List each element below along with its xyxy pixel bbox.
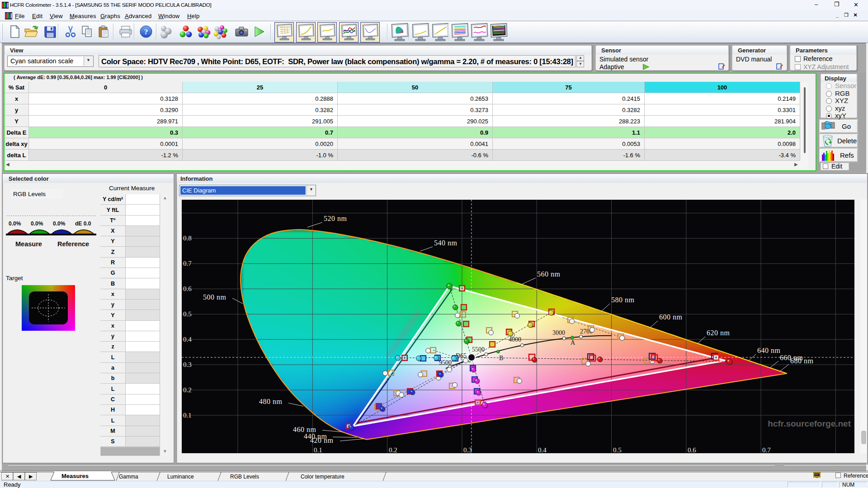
svg-text:0.2: 0.2 (183, 386, 192, 394)
svg-text:0.1: 0.1 (183, 412, 192, 419)
svg-text:hcfr.sourceforge.net: hcfr.sourceforge.net (768, 419, 851, 428)
svg-text:0.2: 0.2 (389, 446, 397, 453)
svg-text:500 nm: 500 nm (203, 293, 226, 301)
svg-text:4000: 4000 (509, 336, 521, 343)
svg-text:540 nm: 540 nm (434, 239, 458, 247)
svg-text:0.5: 0.5 (183, 310, 192, 318)
svg-text:0.3: 0.3 (463, 446, 472, 453)
svg-text:580 nm: 580 nm (611, 296, 635, 304)
svg-text:0.8: 0.8 (183, 235, 192, 242)
svg-text:B: B (499, 355, 503, 361)
svg-text:620 nm: 620 nm (707, 329, 730, 337)
svg-text:0.7: 0.7 (183, 260, 192, 267)
svg-text:520 nm: 520 nm (324, 215, 347, 222)
svg-text:?: ? (144, 28, 148, 36)
svg-text:480 nm: 480 nm (259, 398, 283, 405)
svg-text:0.4: 0.4 (538, 446, 547, 453)
svg-text:5500: 5500 (472, 346, 485, 353)
svg-text:420 nm: 420 nm (310, 436, 334, 444)
svg-text:680 nm: 680 nm (790, 357, 814, 365)
svg-text:600 nm: 600 nm (659, 313, 683, 321)
svg-text:0.7: 0.7 (762, 446, 771, 453)
svg-text:0.6: 0.6 (183, 285, 192, 292)
svg-text:0.1: 0.1 (314, 446, 322, 453)
svg-text:0.4: 0.4 (183, 336, 192, 343)
svg-text:560 nm: 560 nm (537, 270, 561, 278)
svg-text:0.3: 0.3 (183, 361, 192, 368)
svg-text:640 nm: 640 nm (757, 347, 781, 354)
svg-text:0.6: 0.6 (688, 446, 696, 453)
svg-text:0.5: 0.5 (613, 446, 622, 453)
svg-text:3000: 3000 (552, 329, 565, 336)
svg-text:9500: 9500 (439, 359, 452, 366)
svg-text:A: A (571, 339, 576, 346)
